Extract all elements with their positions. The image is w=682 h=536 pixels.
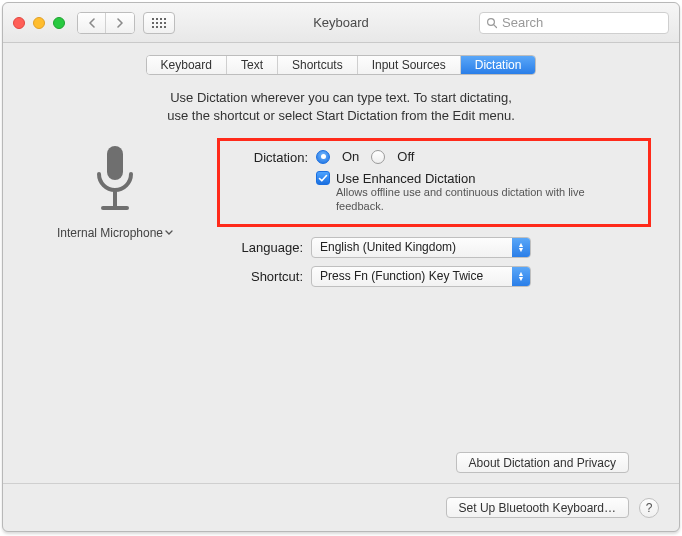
question-icon: ? xyxy=(646,501,653,515)
tab-shortcuts[interactable]: Shortcuts xyxy=(278,56,358,74)
highlighted-region: Dictation: On Off Use Enha xyxy=(217,138,651,227)
language-value: English (United Kingdom) xyxy=(320,240,456,254)
language-select[interactable]: English (United Kingdom) ▲▼ xyxy=(311,237,531,258)
about-row: About Dictation and Privacy xyxy=(31,452,651,483)
chevron-left-icon xyxy=(88,18,96,28)
settings-column: Dictation: On Off Use Enha xyxy=(217,138,651,295)
setup-bluetooth-keyboard-button[interactable]: Set Up Bluetooth Keyboard… xyxy=(446,497,629,518)
titlebar: Keyboard Search xyxy=(3,3,679,43)
svg-line-1 xyxy=(494,24,497,27)
select-stepper-icon: ▲▼ xyxy=(512,267,530,286)
dictation-off-radio[interactable] xyxy=(371,150,385,164)
forward-button[interactable] xyxy=(106,13,134,33)
check-icon xyxy=(318,174,328,183)
shortcut-row: Shortcut: Press Fn (Function) Key Twice … xyxy=(217,266,651,287)
close-window-button[interactable] xyxy=(13,17,25,29)
enhanced-title: Use Enhanced Dictation xyxy=(336,171,616,186)
preferences-window: Keyboard Search Keyboard Text Shortcuts … xyxy=(2,2,680,532)
search-placeholder: Search xyxy=(502,15,543,30)
tabs-row: Keyboard Text Shortcuts Input Sources Di… xyxy=(3,43,679,85)
enhanced-row: Use Enhanced Dictation Allows offline us… xyxy=(316,171,638,214)
grid-icon xyxy=(152,18,166,28)
dictation-row: Dictation: On Off xyxy=(230,149,638,165)
dictation-off-label: Off xyxy=(397,149,414,164)
tab-text[interactable]: Text xyxy=(227,56,278,74)
about-dictation-button[interactable]: About Dictation and Privacy xyxy=(456,452,629,473)
content-area: Use Dictation wherever you can type text… xyxy=(3,85,679,483)
dictation-radio-group: On Off xyxy=(316,149,414,164)
search-icon xyxy=(486,17,498,29)
shortcut-label: Shortcut: xyxy=(217,269,303,284)
search-field[interactable]: Search xyxy=(479,12,669,34)
enhanced-text: Use Enhanced Dictation Allows offline us… xyxy=(336,171,616,214)
chevron-right-icon xyxy=(116,18,124,28)
microphone-selector[interactable]: Internal Microphone xyxy=(57,226,173,240)
back-button[interactable] xyxy=(78,13,106,33)
window-controls xyxy=(13,17,65,29)
dictation-on-radio[interactable] xyxy=(316,150,330,164)
svg-rect-2 xyxy=(107,146,123,180)
tab-dictation[interactable]: Dictation xyxy=(461,56,536,74)
select-stepper-icon: ▲▼ xyxy=(512,238,530,257)
intro-text: Use Dictation wherever you can type text… xyxy=(31,89,651,124)
language-label: Language: xyxy=(217,240,303,255)
nav-back-forward xyxy=(77,12,135,34)
language-row: Language: English (United Kingdom) ▲▼ xyxy=(217,237,651,258)
shortcut-select[interactable]: Press Fn (Function) Key Twice ▲▼ xyxy=(311,266,531,287)
dictation-label: Dictation: xyxy=(230,149,308,165)
tab-keyboard[interactable]: Keyboard xyxy=(147,56,227,74)
enhanced-dictation-checkbox[interactable] xyxy=(316,171,330,185)
show-all-button[interactable] xyxy=(143,12,175,34)
body-row: Internal Microphone Dictation: On Off xyxy=(31,138,651,295)
enhanced-subtitle: Allows offline use and continuous dictat… xyxy=(336,186,616,214)
tab-bar: Keyboard Text Shortcuts Input Sources Di… xyxy=(146,55,537,75)
microphone-label: Internal Microphone xyxy=(57,226,163,240)
microphone-icon xyxy=(87,144,143,218)
footer: Set Up Bluetooth Keyboard… ? xyxy=(3,483,679,531)
help-button[interactable]: ? xyxy=(639,498,659,518)
zoom-window-button[interactable] xyxy=(53,17,65,29)
microphone-column: Internal Microphone xyxy=(31,144,199,240)
minimize-window-button[interactable] xyxy=(33,17,45,29)
shortcut-value: Press Fn (Function) Key Twice xyxy=(320,269,483,283)
chevron-down-icon xyxy=(165,230,173,236)
dictation-on-label: On xyxy=(342,149,359,164)
tab-input-sources[interactable]: Input Sources xyxy=(358,56,461,74)
